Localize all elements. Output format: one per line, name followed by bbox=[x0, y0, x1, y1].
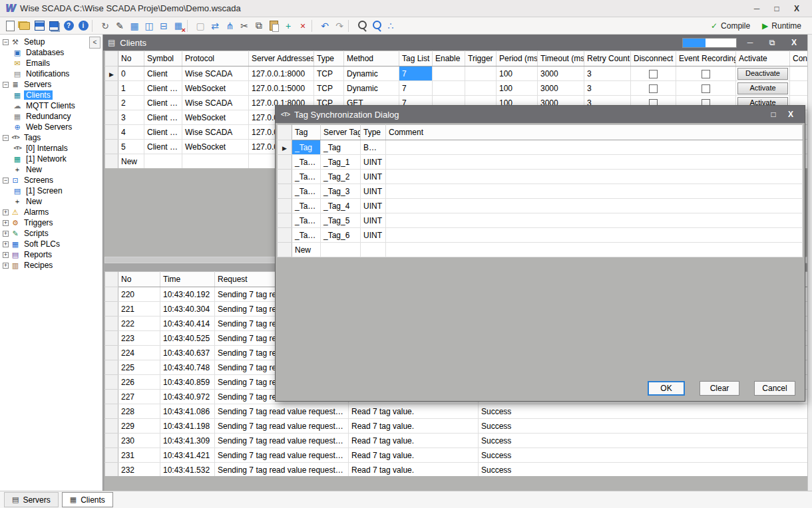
cell-type[interactable]: TCP bbox=[314, 81, 344, 96]
cell-disconnect[interactable] bbox=[631, 81, 676, 96]
clients-column-header[interactable]: Conne... bbox=[790, 51, 808, 66]
tree-item-notifications[interactable]: ▤ Notifications bbox=[0, 68, 102, 79]
log-cell-result[interactable]: Success bbox=[479, 463, 808, 477]
log-cell-time[interactable]: 10:43:40.192 bbox=[160, 287, 215, 302]
log-column-header[interactable]: No bbox=[118, 272, 160, 287]
insert-icon[interactable]: + bbox=[281, 19, 296, 33]
log-cell-no[interactable]: 223 bbox=[118, 331, 160, 346]
cell-tag-list[interactable]: 7 bbox=[399, 66, 433, 81]
save-all-icon[interactable] bbox=[47, 19, 61, 33]
cell-symbol[interactable]: Client (1) (1) bbox=[144, 110, 182, 125]
cell-tag[interactable]: _Tag_4 bbox=[292, 199, 321, 213]
cell-retry-count[interactable]: 3 bbox=[584, 81, 631, 96]
log-row[interactable]: 232 10:43:41.532 Sending 7 tag read valu… bbox=[105, 463, 808, 477]
log-row-header[interactable] bbox=[105, 448, 118, 463]
dialog-grid-row[interactable]: _Tag_1 _Tag_1 UINT bbox=[278, 155, 803, 170]
split-rows-icon[interactable]: ⊟ bbox=[156, 19, 171, 33]
clients-column-header[interactable]: Activate bbox=[736, 51, 790, 66]
cell-comment[interactable] bbox=[386, 140, 803, 155]
cell-symbol[interactable]: Client (2) bbox=[144, 96, 182, 110]
clients-column-header[interactable]: No bbox=[118, 51, 144, 66]
cell-no[interactable]: 1 bbox=[118, 81, 144, 96]
log-row[interactable]: 229 10:43:41.198 Sending 7 tag read valu… bbox=[105, 419, 808, 434]
expand-toggle[interactable]: + bbox=[3, 241, 9, 247]
log-cell-time[interactable]: 10:43:41.086 bbox=[160, 404, 215, 419]
log-cell-request[interactable]: Sending 7 tag read value request to th..… bbox=[215, 419, 349, 434]
log-cell-no[interactable]: 224 bbox=[118, 346, 160, 360]
cell-method[interactable]: Dynamic bbox=[344, 81, 399, 96]
clients-column-header[interactable]: Timeout (ms) bbox=[538, 51, 584, 66]
log-row-header[interactable] bbox=[105, 302, 118, 317]
cell-tag-type[interactable]: UINT bbox=[361, 199, 386, 213]
cell-server-tag[interactable]: _Tag_1 bbox=[321, 155, 361, 170]
cell-comment[interactable] bbox=[386, 213, 803, 228]
log-cell-no[interactable]: 227 bbox=[118, 390, 160, 404]
cell-tag-list[interactable]: 7 bbox=[399, 81, 433, 96]
cell-event-recording[interactable] bbox=[676, 81, 736, 96]
clients-grid-row[interactable]: 1 Client (1) WebSocket 127.0.0.1:5000 TC… bbox=[105, 81, 808, 96]
log-cell-no[interactable]: 221 bbox=[118, 302, 160, 317]
dialog-row-header[interactable] bbox=[278, 184, 292, 199]
tree-item-databases[interactable]: ▣ Databases bbox=[0, 47, 102, 58]
cell-tag-type[interactable]: UINT bbox=[361, 228, 386, 243]
cell-symbol[interactable]: Client bbox=[144, 66, 182, 81]
dialog-column-header[interactable]: Server Tag bbox=[321, 125, 361, 140]
cell-symbol[interactable]: Client (1) (2) bbox=[144, 140, 182, 154]
log-cell-no[interactable]: 228 bbox=[118, 404, 160, 419]
tab-servers[interactable]: ▤ Servers bbox=[4, 492, 59, 507]
dialog-grid-row[interactable]: _Tag_6 _Tag_6 UINT bbox=[278, 228, 803, 243]
cell-server-tag[interactable]: _Tag_2 bbox=[321, 170, 361, 184]
cell-enable[interactable] bbox=[433, 66, 465, 81]
clients-column-header[interactable]: Enable bbox=[433, 51, 465, 66]
cell-no[interactable]: 2 bbox=[118, 96, 144, 110]
cell-tag[interactable]: _Tag bbox=[292, 140, 321, 155]
tree-collapse-button[interactable]: < bbox=[89, 37, 101, 49]
tree-item-servers[interactable]: − ≣ Servers bbox=[0, 79, 102, 90]
log-cell-no[interactable]: 231 bbox=[118, 448, 160, 463]
tree-item-clients[interactable]: ▦ Clients bbox=[0, 90, 102, 100]
log-cell-result[interactable]: Success bbox=[479, 404, 808, 419]
log-cell-time[interactable]: 10:43:40.525 bbox=[160, 331, 215, 346]
activate-button[interactable]: Activate bbox=[737, 82, 788, 94]
clients-grid-row[interactable]: 0 Client Wise SCADA 127.0.0.1:8000 TCP D… bbox=[105, 66, 808, 81]
cell-comment[interactable] bbox=[386, 184, 803, 199]
clients-column-header[interactable]: Type bbox=[314, 51, 344, 66]
cell-protocol[interactable]: WebSocket bbox=[182, 110, 249, 125]
tree-item-new-tag[interactable]: + New bbox=[0, 164, 102, 175]
row-header[interactable] bbox=[105, 66, 118, 81]
cell-no[interactable]: 3 bbox=[118, 110, 144, 125]
dialog-grid-row[interactable]: _Tag_2 _Tag_2 UINT bbox=[278, 170, 803, 184]
cell-server-addresses[interactable]: 127.0.0.1:5000 bbox=[249, 81, 314, 96]
cell-comment[interactable] bbox=[386, 243, 803, 257]
cell-symbol[interactable] bbox=[144, 154, 182, 169]
edit-cell-icon[interactable]: ✎ bbox=[112, 19, 127, 33]
tree-item-web-servers[interactable]: ⊕ Web Servers bbox=[0, 122, 102, 132]
dialog-row-header[interactable] bbox=[278, 155, 292, 170]
cell-tag[interactable]: New bbox=[292, 243, 321, 257]
cell-period[interactable]: 100 bbox=[497, 66, 538, 81]
dialog-corner-cell[interactable] bbox=[278, 125, 292, 140]
child-restore-button[interactable]: ⧉ bbox=[763, 35, 781, 50]
log-cell-time[interactable]: 10:43:40.859 bbox=[160, 375, 215, 390]
log-cell-no[interactable]: 230 bbox=[118, 434, 160, 448]
log-row-header[interactable] bbox=[105, 317, 118, 331]
child-minimize-button[interactable]: ─ bbox=[741, 35, 759, 50]
dialog-grid-row[interactable]: New bbox=[278, 243, 803, 257]
expand-toggle[interactable]: − bbox=[3, 178, 9, 184]
log-cell-time[interactable]: 10:43:40.304 bbox=[160, 302, 215, 317]
log-cell-time[interactable]: 10:43:40.637 bbox=[160, 346, 215, 360]
cell-trigger[interactable] bbox=[465, 81, 497, 96]
find-icon[interactable] bbox=[354, 19, 369, 33]
dialog-grid-row[interactable]: _Tag_3 _Tag_3 UINT bbox=[278, 184, 803, 199]
cell-protocol[interactable]: Wise SCADA bbox=[182, 96, 249, 110]
dialog-close-button[interactable]: X bbox=[782, 107, 799, 122]
clients-column-header[interactable]: Period (ms) bbox=[497, 51, 538, 66]
cell-server-tag[interactable]: _Tag_4 bbox=[321, 199, 361, 213]
clients-column-header[interactable]: Trigger bbox=[465, 51, 497, 66]
expand-toggle[interactable]: + bbox=[3, 231, 9, 237]
cell-protocol[interactable]: WebSocket bbox=[182, 81, 249, 96]
log-row-header[interactable] bbox=[105, 404, 118, 419]
dialog-row-header[interactable] bbox=[278, 243, 292, 257]
dialog-row-header[interactable] bbox=[278, 199, 292, 213]
close-button[interactable]: X bbox=[787, 1, 807, 17]
